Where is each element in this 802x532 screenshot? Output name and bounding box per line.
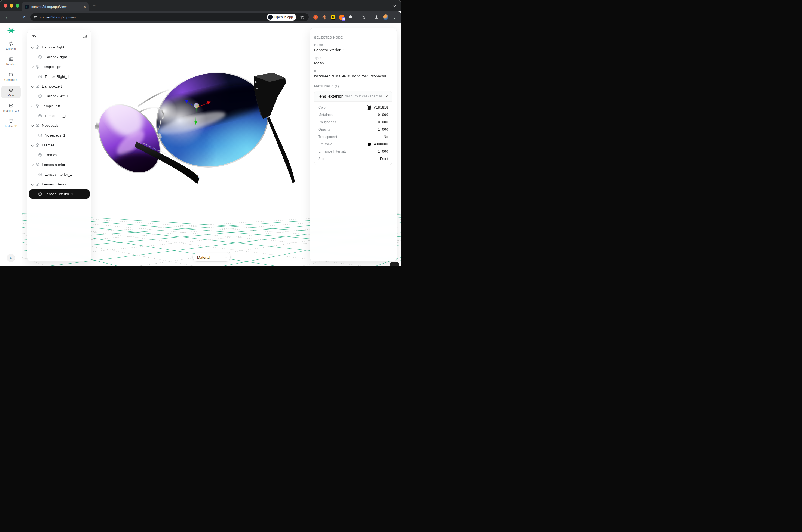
material-name: lens_exterior <box>318 94 343 98</box>
tab-title: convert3d.org/app/view <box>31 5 82 9</box>
chevron-down-icon[interactable] <box>31 163 34 166</box>
sunglasses-model[interactable]: CONNECTING SOFTWARE TO SILICON KHRONOS <box>95 65 313 190</box>
mesh-cube-icon <box>38 94 42 98</box>
bookmarks-sparkle-icon[interactable] <box>361 15 366 20</box>
profile-avatar[interactable] <box>383 14 388 20</box>
extension-orange-plus-icon[interactable]: + <box>313 15 318 20</box>
tab-strip: convert3d.org/app/view × + <box>0 0 401 12</box>
forward-icon[interactable]: → <box>14 15 19 20</box>
id-value: bafa0447-91a3-4618-bc7c-fd212855aead <box>314 74 392 78</box>
mesh-cube-icon <box>38 55 42 59</box>
corner-widget[interactable] <box>390 262 399 266</box>
mesh-cube-icon <box>35 84 39 89</box>
mesh-cube-icon <box>35 163 39 167</box>
reload-icon[interactable]: ↻ <box>23 15 27 20</box>
tree-node-earhookleft-1[interactable]: EarhookLeft_1 <box>28 91 91 101</box>
viewport-3d[interactable]: CONNECTING SOFTWARE TO SILICON KHRONOS <box>22 23 401 266</box>
material-row-emissive: Emissive #000000 <box>314 140 392 148</box>
mesh-cube-icon <box>38 114 42 118</box>
chevron-down-icon <box>224 256 227 258</box>
material-row-transparent: Transparent No <box>314 133 392 140</box>
material-card: lens_exterior MeshPhysicalMaterial Color… <box>314 91 392 165</box>
browser-tab[interactable]: convert3d.org/app/view × <box>22 2 89 12</box>
mesh-cube-icon <box>35 182 39 186</box>
tree-node-lensesexterior[interactable]: LensesExterior <box>28 179 91 189</box>
chevron-down-icon[interactable] <box>31 104 34 107</box>
sidebar-item-render[interactable]: Render <box>1 55 21 68</box>
browser-menu-icon[interactable]: ⋮ <box>393 15 397 20</box>
address-bar[interactable]: convert3d.org/app/view Open in app <box>31 13 309 21</box>
tree-node-frames-1[interactable]: Frames_1 <box>28 150 91 160</box>
tree-node-earhookleft[interactable]: EarhookLeft <box>28 81 91 91</box>
back-icon[interactable]: ← <box>5 15 10 20</box>
material-row-color: Color #181818 <box>314 103 392 111</box>
color-swatch[interactable] <box>367 105 371 110</box>
tree-node-templeleft[interactable]: TempleLeft <box>28 101 91 111</box>
name-label: Name <box>314 43 392 47</box>
sidebar-item-convert[interactable]: Convert <box>1 39 21 52</box>
app-logo-icon[interactable] <box>7 27 15 34</box>
chevron-down-icon[interactable] <box>31 124 34 127</box>
mesh-cube-icon <box>35 104 39 108</box>
sidebar-item-image-to-3d[interactable]: Image to 3D <box>1 101 21 114</box>
material-mode-label: Material <box>197 255 210 260</box>
emissive-swatch[interactable] <box>367 142 371 146</box>
traffic-lights <box>3 4 19 7</box>
inspector-panel: SELECTED NODE Name LensesExterior_1 Type… <box>310 28 397 261</box>
scene-tree-panel: EarhookRight EarhookRight_1 TempleRight … <box>27 30 91 261</box>
chevron-up-icon[interactable] <box>386 95 389 98</box>
mesh-cube-icon <box>35 124 39 128</box>
browser-window: convert3d.org/app/view × + ← → ↻ convert… <box>0 0 401 266</box>
chevron-down-icon[interactable] <box>31 65 34 68</box>
materials-title: MATERIALS (1) <box>314 84 392 88</box>
material-mode-dropdown[interactable]: Material <box>193 253 231 262</box>
site-settings-icon[interactable] <box>34 15 38 19</box>
extension-r-icon[interactable]: R <box>331 15 335 20</box>
minimize-window-button[interactable] <box>10 4 13 7</box>
app-content: Convert Render Compress View Image to 3D… <box>0 23 401 266</box>
sidebar-item-compress[interactable]: Compress <box>1 71 21 83</box>
tree-node-nosepads-1[interactable]: Nosepads_1 <box>28 130 91 140</box>
tree-node-templeleft-1[interactable]: TempleLeft_1 <box>28 111 91 120</box>
tree-node-templeright-1[interactable]: TempleRight_1 <box>28 72 91 81</box>
bookmark-star-icon[interactable] <box>300 15 304 19</box>
sidebar-item-view[interactable]: View <box>1 86 21 98</box>
undo-icon[interactable] <box>32 34 36 38</box>
chevron-down-icon[interactable] <box>31 45 34 49</box>
tree-node-lensesinterior[interactable]: LensesInterior <box>28 160 91 169</box>
mesh-cube-icon <box>38 75 42 79</box>
chevron-down-icon[interactable] <box>31 84 34 88</box>
new-tab-button[interactable]: + <box>93 2 95 8</box>
tree-node-earhookright-1[interactable]: EarhookRight_1 <box>28 52 91 62</box>
material-card-header[interactable]: lens_exterior MeshPhysicalMaterial <box>314 91 392 102</box>
tab-close-icon[interactable]: × <box>84 5 86 9</box>
downloads-icon[interactable] <box>374 15 379 20</box>
close-window-button[interactable] <box>3 4 7 7</box>
tree-node-earhookright[interactable]: EarhookRight <box>28 42 91 52</box>
sidebar-item-text-to-3d[interactable]: Text to 3D <box>1 117 21 130</box>
chevron-down-icon[interactable] <box>31 183 34 186</box>
tree-node-nosepads[interactable]: Nosepads <box>28 120 91 130</box>
zoom-window-button[interactable] <box>16 4 19 7</box>
open-in-app-button[interactable]: Open in app <box>267 14 296 21</box>
mesh-cube-icon <box>35 65 39 69</box>
extension-badge-icon[interactable]: 32 <box>340 15 344 20</box>
browser-toolbar: ← → ↻ convert3d.org/app/view Open in app… <box>0 12 401 23</box>
tree-node-frames[interactable]: Frames <box>28 140 91 150</box>
tab-search-chevron-icon[interactable] <box>393 4 396 7</box>
collapse-panel-icon[interactable] <box>83 34 87 38</box>
toolbar-divider <box>357 15 357 20</box>
type-label: Type <box>314 56 392 60</box>
tree-node-lensesinterior-1[interactable]: LensesInterior_1 <box>28 169 91 179</box>
type-value: Mesh <box>314 61 392 65</box>
chevron-down-icon[interactable] <box>31 143 34 146</box>
extension-starburst-icon[interactable] <box>322 15 327 20</box>
scene-tree-list: EarhookRight EarhookRight_1 TempleRight … <box>28 42 91 198</box>
tree-node-lensesexterior-1-selected[interactable]: LensesExterior_1 <box>29 189 90 198</box>
tree-node-templeright[interactable]: TempleRight <box>28 62 91 72</box>
id-label: ID <box>314 69 392 73</box>
mesh-cube-icon <box>38 192 42 196</box>
user-avatar[interactable]: F <box>7 254 15 262</box>
app-sidebar: Convert Render Compress View Image to 3D… <box>0 23 22 266</box>
extensions-puzzle-icon[interactable] <box>348 15 353 20</box>
